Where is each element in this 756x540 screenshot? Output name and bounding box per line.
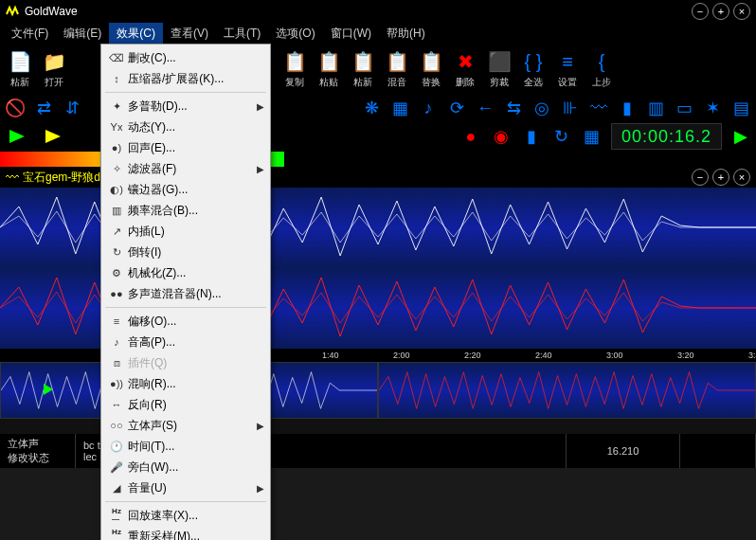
prev-step-button[interactable]: {上步 [585,47,618,91]
menu-item[interactable]: 效果(C) [109,23,163,45]
stereo-icon: ○○ [105,417,128,434]
minimize-button[interactable]: − [692,3,709,20]
arrow-left-icon[interactable]: ← [474,97,496,119]
play-yellow-button[interactable] [40,126,68,147]
menu-echo[interactable]: ●)回声(E)... [101,137,270,158]
dynamics-icon: Yx [105,118,128,135]
overview-playhead-icon[interactable] [44,382,55,399]
open-button[interactable]: 📁打开 [38,47,70,91]
flanger-icon: ◐) [105,181,128,198]
track-maximize-button[interactable]: + [712,169,729,186]
menu-item[interactable]: 选项(O) [268,23,322,45]
menu-time[interactable]: 🕐时间(T)... [101,436,270,457]
menu-item[interactable]: 文件(F) [4,23,56,45]
menu-invert[interactable]: ↻倒转(I) [101,242,270,262]
close-button[interactable]: × [733,3,750,20]
settings-button[interactable]: ≡设置 [551,47,584,91]
sliders-icon[interactable]: ⊪ [559,97,582,119]
svg-marker-2 [44,384,53,395]
star-icon[interactable]: ✶ [701,97,724,119]
replace-button[interactable]: 📋替换 [415,47,447,91]
overview-right[interactable] [378,362,756,419]
grid-button[interactable]: ▦ [581,125,603,148]
copy-button[interactable]: 📋复制 [279,47,311,91]
track-minimize-button[interactable]: − [692,169,709,186]
menu-interpolate[interactable]: ↗内插(L) [101,221,270,242]
svg-marker-0 [9,130,25,143]
mix-button[interactable]: 📋混音 [381,47,413,91]
paste-new2-button[interactable]: 📋粘新 [347,47,379,91]
pitch-icon: ♪ [105,333,128,351]
record2-button[interactable]: ◉ [490,125,513,148]
eq-icon[interactable]: ▥ [644,97,667,119]
loop-button[interactable]: ↻ [550,125,573,148]
status-modified: 修改状态 [8,451,67,465]
menu-mechanize[interactable]: ⚙机械化(Z)... [101,262,270,283]
ruler-tick: 2:00 [393,351,410,360]
gear-icon[interactable]: ❋ [360,97,383,119]
select-all-button[interactable]: { }全选 [517,47,549,91]
ruler-tick: 1:40 [322,351,339,360]
menu-reverb[interactable]: ●))混响(R)... [101,373,270,394]
multichannel-icon: ●● [105,285,128,302]
offset-icon: ≡ [105,313,128,330]
menu-playback-rate[interactable]: Hz—回放速率(X)... [101,505,270,526]
menu-item[interactable]: 帮助(H) [379,23,433,45]
menu-filter[interactable]: ✧滤波器(F)▶ [101,158,270,179]
trim-button[interactable]: ⬛剪裁 [483,47,515,91]
track-wave-icon: 〰 [6,170,19,185]
menu-censor[interactable]: ⌫删改(C)... [101,47,270,68]
menu-reverse[interactable]: ↔反向(R) [101,394,270,415]
ruler-tick: 3:00 [606,351,623,360]
no-entry-icon[interactable]: 🚫 [4,97,27,119]
wave-icon[interactable]: 〰 [587,97,610,119]
menu-voiceover[interactable]: 🎤旁白(W)... [101,457,270,477]
track-close-button[interactable]: × [733,169,750,186]
menu-offset[interactable]: ≡偏移(O)... [101,311,270,332]
swap-icon[interactable]: ⇆ [502,97,525,119]
menu-doppler[interactable]: ✦多普勒(D)...▶ [101,96,270,117]
target-icon[interactable]: ◎ [531,97,553,119]
menu-item[interactable]: 查看(V) [163,23,216,45]
menu-resample[interactable]: Hz—重新采样(M)... [101,526,270,540]
palette-icon[interactable]: ▦ [388,97,411,119]
track-title: 宝石gem-野狼d [23,170,100,186]
reverse-icon: ↔ [105,396,128,413]
menu-freq-blend[interactable]: ▥频率混合(B)... [101,200,270,221]
note-icon[interactable]: ♪ [417,97,440,119]
cyan-icon[interactable]: ▤ [729,97,752,119]
record-button[interactable]: ● [459,125,482,148]
volume-icon: ◢ [105,479,128,496]
transfer2-icon[interactable]: ⇵ [61,97,83,119]
status-channels: 立体声 [8,437,67,451]
menu-pitch[interactable]: ♪音高(P)... [101,332,270,352]
paste-new-button[interactable]: 📄粘新 [4,47,36,91]
app-logo-icon [6,5,19,18]
invert-icon: ↻ [105,243,128,261]
filter-icon: ✧ [105,160,128,177]
refresh-icon[interactable]: ⟳ [445,97,468,119]
transfer-icon[interactable]: ⇄ [32,97,55,119]
menu-multichannel[interactable]: ●●多声道混音器(N)... [101,283,270,304]
titlebar: GoldWave − + × [0,0,756,23]
paste-button[interactable]: 📋粘贴 [313,47,345,91]
menu-volume[interactable]: ◢音量(U)▶ [101,477,270,498]
play-green-button[interactable] [4,126,32,147]
freq-blend-icon: ▥ [105,202,128,219]
menu-item[interactable]: 窗口(W) [323,23,379,45]
menu-compressor[interactable]: ↕压缩器/扩展器(K)... [101,68,270,89]
delete-button[interactable]: ✖删除 [449,47,481,91]
menu-item[interactable]: 编辑(E) [56,23,109,45]
menu-stereo[interactable]: ○○立体声(S)▶ [101,415,270,436]
menu-item[interactable]: 工具(T) [216,23,268,45]
rainbow-icon[interactable]: ▭ [673,97,695,119]
app-title: GoldWave [25,5,688,18]
maximize-button[interactable]: + [712,3,729,20]
menu-dynamics[interactable]: Yx动态(Y)... [101,117,270,137]
menu-flanger[interactable]: ◐)镶边器(G)... [101,179,270,200]
spectrum-icon[interactable]: ▮ [616,97,639,119]
time-counter: 00:00:16.2 [611,123,722,150]
ruler-tick: 3:20 [677,351,694,360]
plugin-icon: ⧈ [105,354,128,371]
control-button[interactable]: ▮ [520,125,543,148]
